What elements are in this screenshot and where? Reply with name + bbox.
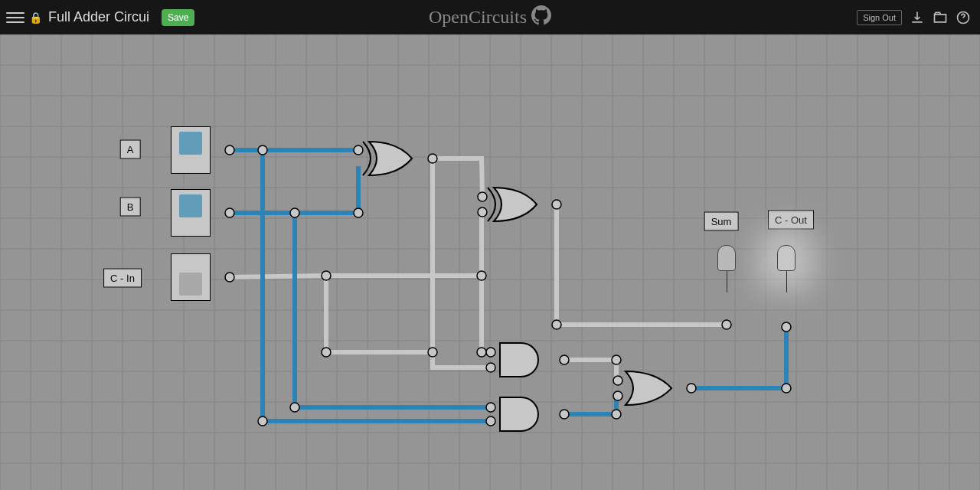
port[interactable] [612,410,621,419]
port[interactable] [258,416,267,426]
led-sum[interactable] [717,245,736,292]
lock-icon: 🔒 [29,11,42,24]
sign-out-button[interactable]: Sign Out [857,10,902,25]
port[interactable] [225,145,234,155]
or-gate[interactable] [626,371,671,405]
circuit-svg[interactable] [0,34,980,490]
switch-b[interactable] [171,189,211,237]
label-cin[interactable]: C - In [103,269,142,288]
header-left: 🔒 Save [0,8,194,27]
port[interactable] [486,416,495,426]
label-sum[interactable]: Sum [704,212,739,231]
and-gate[interactable] [500,343,538,377]
port[interactable] [477,271,486,280]
port[interactable] [290,208,299,217]
port[interactable] [478,192,487,201]
port[interactable] [560,410,569,419]
switch-cin[interactable] [171,253,211,301]
xor-gate[interactable] [488,188,537,221]
port[interactable] [782,384,791,393]
port[interactable] [258,145,267,155]
label-b[interactable]: B [120,198,141,217]
switch-a[interactable] [171,126,211,174]
port[interactable] [722,320,731,329]
port[interactable] [687,384,696,393]
header-right: Sign Out [857,10,980,25]
port[interactable] [290,403,299,412]
circuit-canvas[interactable]: A B C - In Sum C - Out [0,34,980,490]
brand-text: OpenCircuits [429,7,527,28]
port[interactable] [486,363,495,372]
led-cout[interactable] [777,245,795,292]
help-icon[interactable] [956,10,971,25]
port[interactable] [552,320,561,329]
label-a[interactable]: A [120,140,141,159]
port[interactable] [486,348,495,357]
wire[interactable] [230,276,326,277]
github-icon[interactable] [531,5,551,30]
save-button[interactable]: Save [162,9,194,26]
port[interactable] [552,200,561,209]
project-title-input[interactable] [47,8,157,26]
port[interactable] [486,403,495,412]
xor-gate[interactable] [363,142,412,175]
label-cout[interactable]: C - Out [768,211,814,230]
port[interactable] [613,376,622,385]
download-icon[interactable] [910,10,925,25]
wire[interactable] [482,212,482,276]
port[interactable] [354,145,363,155]
port[interactable] [613,391,622,400]
port[interactable] [560,355,569,364]
port[interactable] [782,322,791,332]
wire[interactable] [433,158,482,197]
port[interactable] [354,208,363,217]
port[interactable] [428,154,437,163]
port[interactable] [478,207,487,217]
port[interactable] [612,355,621,364]
port[interactable] [225,208,234,217]
brand[interactable]: OpenCircuits [429,5,551,30]
port[interactable] [428,348,437,357]
app-header: 🔒 Save OpenCircuits Sign Out [0,0,980,34]
open-folder-icon[interactable] [933,10,948,25]
port[interactable] [322,348,331,357]
menu-icon[interactable] [6,8,24,27]
port[interactable] [225,273,234,282]
port[interactable] [322,271,331,280]
and-gate[interactable] [500,397,538,431]
port[interactable] [477,348,486,357]
